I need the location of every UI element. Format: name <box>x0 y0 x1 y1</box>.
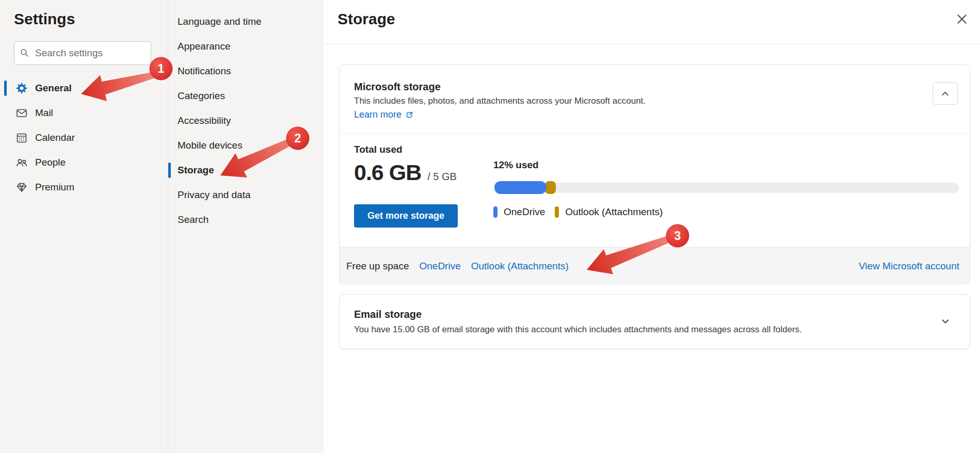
microsoft-storage-description: This includes files, photos, and attachm… <box>354 96 646 106</box>
progress-track <box>494 183 959 193</box>
free-up-onedrive-link[interactable]: OneDrive <box>419 261 460 272</box>
outlook-legend-label: Outlook (Attachments) <box>565 206 663 218</box>
sidebar-item-people[interactable]: People <box>0 150 168 175</box>
free-up-space-label: Free up space <box>346 261 409 272</box>
calendar-icon <box>15 132 28 144</box>
storage-panel: Storage Microsoft storage This includes … <box>324 0 980 453</box>
learn-more-label: Learn more <box>354 109 401 120</box>
chevron-up-icon <box>940 89 950 99</box>
card-divider <box>340 133 970 134</box>
header-divider <box>324 44 980 44</box>
sidebar-item-calendar[interactable]: Calendar <box>0 125 168 150</box>
progress-segment-outlook <box>545 181 556 194</box>
settings-window: Settings <box>0 0 980 453</box>
gear-icon <box>15 82 28 94</box>
expand-email-storage-button[interactable] <box>938 315 953 329</box>
storage-value-row: 0.6 GB / 5 GB <box>354 160 457 185</box>
onedrive-legend-swatch <box>493 206 497 218</box>
selected-indicator <box>168 163 171 178</box>
storage-progress-bar <box>494 181 959 194</box>
microsoft-storage-card: Microsoft storage This includes files, p… <box>339 64 970 284</box>
general-subnav: Language and time Appearance Notificatio… <box>168 0 324 453</box>
subnav-item-storage[interactable]: Storage <box>168 158 324 183</box>
premium-diamond-icon <box>15 181 28 193</box>
close-button[interactable] <box>955 12 969 27</box>
percent-used-label: 12% used <box>493 159 539 171</box>
collapse-section-button[interactable] <box>933 82 958 105</box>
get-more-storage-button[interactable]: Get more storage <box>354 204 458 228</box>
sidebar-item-label: Premium <box>35 182 74 193</box>
total-used-label: Total used <box>354 144 403 155</box>
email-storage-card: Email storage You have 15.00 GB of email… <box>339 294 970 349</box>
subnav-item-appearance[interactable]: Appearance <box>168 34 324 59</box>
email-storage-description: You have 15.00 GB of email storage with … <box>354 325 802 335</box>
sidebar-item-label: People <box>35 157 66 168</box>
subnav-item-notifications[interactable]: Notifications <box>168 59 324 84</box>
subnav-item-categories[interactable]: Categories <box>168 84 324 108</box>
page-title: Storage <box>338 10 395 28</box>
search-settings-box <box>14 41 151 65</box>
close-icon <box>955 12 969 26</box>
sidebar-item-label: General <box>35 83 72 94</box>
settings-nav: General Mail Calendar <box>0 76 168 200</box>
subnav-item-language-and-time[interactable]: Language and time <box>168 9 324 34</box>
external-link-icon <box>405 110 414 119</box>
people-icon <box>15 156 28 169</box>
search-settings-input[interactable] <box>14 41 151 65</box>
sidebar-item-premium[interactable]: Premium <box>0 175 168 200</box>
outlook-legend-swatch <box>555 206 559 218</box>
view-microsoft-account-link[interactable]: View Microsoft account <box>859 261 959 272</box>
subnav-item-search[interactable]: Search <box>168 207 324 232</box>
quota-value: / 5 GB <box>427 171 457 183</box>
selected-indicator <box>4 80 7 96</box>
microsoft-storage-title: Microsoft storage <box>354 81 441 93</box>
storage-card-footer: Free up space OneDrive Outlook (Attachme… <box>340 247 970 284</box>
subnav-item-accessibility[interactable]: Accessibility <box>168 108 324 133</box>
sidebar-item-mail[interactable]: Mail <box>0 101 168 125</box>
sidebar-item-general[interactable]: General <box>0 76 168 101</box>
learn-more-link[interactable]: Learn more <box>354 109 414 120</box>
subnav-item-privacy-and-data[interactable]: Privacy and data <box>168 183 324 207</box>
chevron-down-icon <box>940 316 951 327</box>
subnav-item-label: Storage <box>178 165 214 176</box>
storage-legend: OneDrive Outlook (Attachments) <box>493 206 663 218</box>
progress-segment-onedrive <box>494 181 547 194</box>
free-up-outlook-attachments-link[interactable]: Outlook (Attachments) <box>471 261 569 272</box>
email-storage-title: Email storage <box>354 309 422 320</box>
subnav-item-mobile-devices[interactable]: Mobile devices <box>168 133 324 158</box>
settings-sidebar: Settings <box>0 0 168 453</box>
sidebar-item-label: Calendar <box>35 132 75 143</box>
sidebar-item-label: Mail <box>35 107 53 119</box>
used-value: 0.6 GB <box>354 160 421 185</box>
mail-icon <box>15 107 28 119</box>
onedrive-legend-label: OneDrive <box>504 206 545 218</box>
settings-title: Settings <box>14 10 75 28</box>
